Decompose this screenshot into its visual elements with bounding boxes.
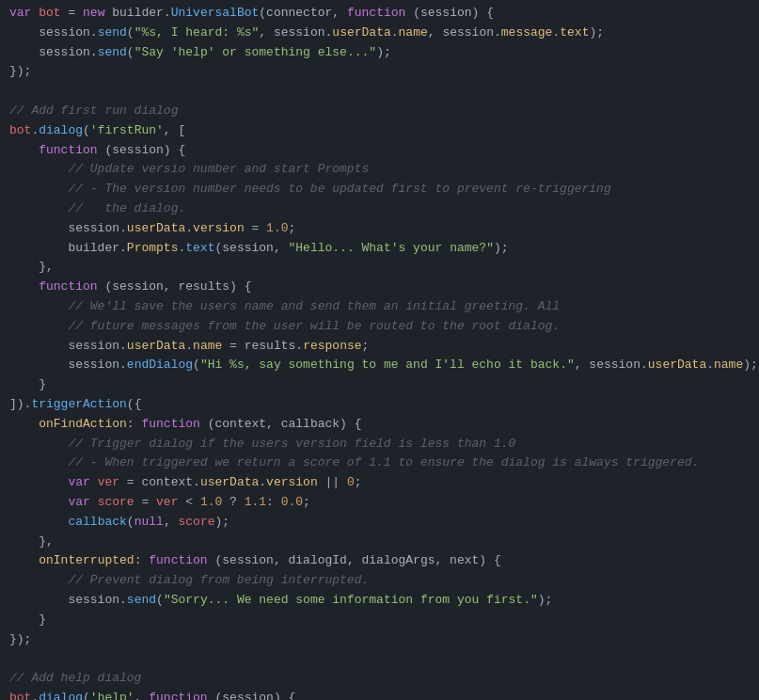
code-line: function (session, results) { [0,278,759,297]
code-token: . [185,337,193,357]
code-token: , session [259,24,324,43]
code-token [90,473,98,493]
code-token: response [303,337,361,357]
code-token: bot [9,121,31,141]
code-line: // Add first run dialog [0,102,759,121]
code-token: onFindAction [39,415,127,435]
code-token: , session [575,356,640,375]
code-token: . [193,473,200,493]
code-token: var [68,473,89,493]
code-token: 'help' [90,689,134,700]
code-token: ver [156,493,178,513]
code-token [90,493,98,513]
code-token: userData [332,24,390,43]
code-token: , [ [164,121,185,141]
code-token: } [9,375,46,395]
code-token: . [494,24,501,43]
code-token: 1.0 [200,493,222,513]
code-token: ( [127,24,134,43]
code-token: name [714,356,743,375]
code-token: (connector, [259,4,347,24]
code-token: : [134,551,150,571]
code-token: endDialog [127,356,193,375]
code-token: . [119,591,127,611]
code-token: ({ [127,395,142,415]
code-token: = [245,219,266,239]
code-token: = [134,493,156,513]
code-token: session [9,43,90,63]
code-token: message [501,24,553,43]
code-token: . [185,219,193,239]
code-token: null [134,513,164,533]
code-token: // - The version number needs to be upda… [9,180,611,199]
code-token: : [266,493,281,513]
code-token: (session, [214,239,288,259]
code-token: // Add help dialog [9,669,141,689]
code-token: || [318,473,347,493]
code-token [9,551,39,571]
code-token: 1.1 [245,493,266,513]
code-token: session [9,219,119,239]
code-token: ]). [9,395,31,415]
code-token: builder [9,239,119,259]
code-token [9,493,68,513]
code-line: } [0,611,759,630]
code-token: . [90,43,98,63]
code-token: "Hello... What's your name?" [289,239,494,259]
code-token: , [134,689,150,700]
code-token: ( [156,591,164,611]
code-token: = results [222,337,295,357]
code-token: function [141,415,199,435]
code-token: . [295,337,303,357]
code-line: }, [0,258,759,278]
code-token: . [325,24,333,43]
code-token: (session, dialogId, dialogArgs, next) { [208,551,501,571]
code-token: 1.0 [266,219,288,239]
code-token: var [9,4,31,24]
code-token: new [83,4,104,24]
code-token: // the dialog. [9,199,185,219]
code-line: }); [0,630,759,650]
code-token: ( [193,356,200,375]
code-token: send [127,591,156,611]
code-token: name [399,24,428,43]
code-line: var bot = new builder.UniversalBot(conne… [0,4,759,24]
code-token: ); [376,43,391,63]
code-token: session [9,356,119,375]
code-token: version [266,473,318,493]
code-token: userData [200,473,259,493]
code-token: "%s, I heard: %s" [134,24,260,43]
code-token: userData [648,356,706,375]
code-token: . [119,219,127,239]
code-token: session [9,591,119,611]
code-line: session.send("Sorry... We need some info… [0,591,759,611]
code-token: (session) { [98,141,186,161]
code-token: . [178,239,185,259]
code-token: "Hi %s, say something to me and I'll ech… [200,356,575,375]
code-line: callback(null, score); [0,513,759,533]
code-token: dialog [39,689,83,700]
code-line: session.endDialog("Hi %s, say something … [0,356,759,375]
code-token: ver [98,473,119,493]
code-token: version [193,219,245,239]
code-token: , session [428,24,494,43]
code-line: // - When triggered we return a score of… [0,453,759,473]
code-token: 'firstRun' [90,121,164,141]
code-line: function (session) { [0,141,759,161]
code-token: . [31,689,39,700]
code-line: var score = ver < 1.0 ? 1.1: 0.0; [0,493,759,513]
code-token: triggerAction [31,395,126,415]
code-token: name [193,337,222,357]
code-line: } [0,375,759,395]
code-token: function [347,4,405,24]
code-token: (session) { [405,4,494,24]
code-token: "Sorry... We need some information from … [164,591,538,611]
code-line: // - The version number needs to be upda… [0,180,759,199]
code-token: function [39,141,97,161]
code-token: ? [222,493,244,513]
code-line: session.send("Say 'help' or something el… [0,43,759,63]
code-token: score [98,493,134,513]
code-token: . [119,356,127,375]
code-line: // Add help dialog [0,669,759,689]
code-token: dialog [39,121,83,141]
